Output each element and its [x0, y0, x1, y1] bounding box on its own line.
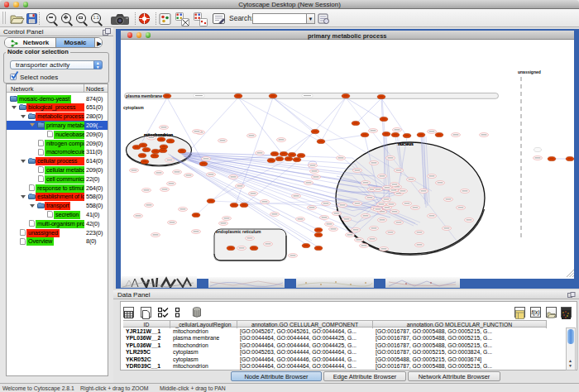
svg-text:unassigned: unassigned — [518, 69, 541, 74]
svg-text:plasma membrane: plasma membrane — [126, 93, 162, 98]
svg-text:nucleus: nucleus — [398, 141, 414, 146]
svg-text:endoplasmic reticulum: endoplasmic reticulum — [216, 229, 261, 234]
svg-text:cytoplasm: cytoplasm — [123, 105, 144, 110]
svg-text:mitochondrion: mitochondrion — [144, 132, 173, 137]
